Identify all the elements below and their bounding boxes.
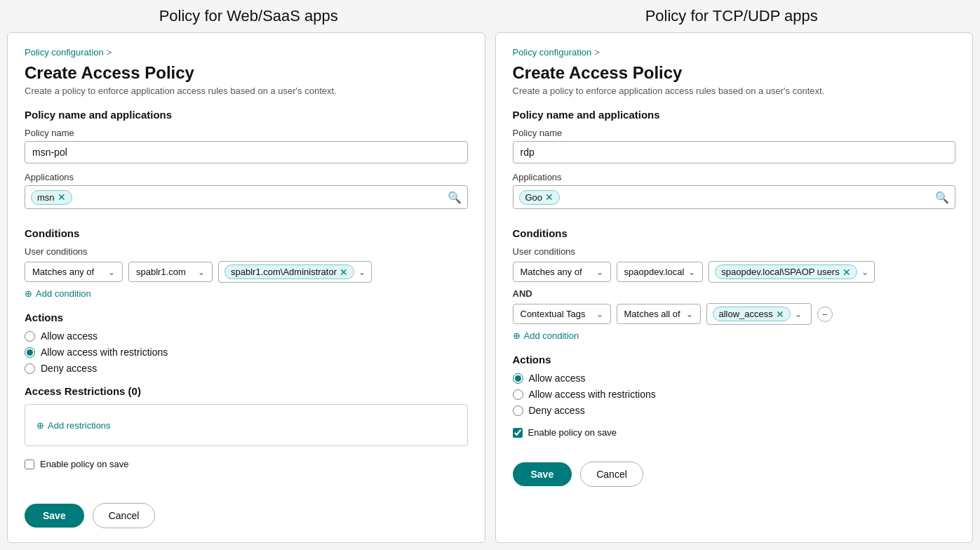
right-actions-title: Actions	[513, 354, 956, 365]
right-matches-arrow: ⌄	[596, 267, 603, 277]
left-breadcrumb-link[interactable]: Policy configuration	[25, 47, 104, 58]
left-panel: Policy configuration > Create Access Pol…	[7, 32, 485, 543]
left-radio-allow-input[interactable]	[25, 331, 35, 342]
right-radio-group: Allow access Allow access with restricti…	[513, 373, 956, 416]
left-matches-arrow: ⌄	[108, 267, 115, 277]
left-breadcrumb-sep: >	[107, 47, 112, 58]
right-applications-input[interactable]: Goo ✕ 🔍	[513, 185, 956, 209]
right-value2-dropdown[interactable]: allow_access ✕ ⌄	[706, 303, 812, 325]
right-breadcrumb-link[interactable]: Policy configuration	[513, 47, 592, 58]
right-policy-name-input[interactable]	[513, 141, 956, 163]
left-add-restrictions[interactable]: ⊕ Add restrictions	[36, 420, 111, 431]
right-policy-name-label: Policy name	[513, 128, 956, 138]
right-page-desc: Create a policy to enforce application a…	[513, 86, 956, 96]
right-app-tag-close[interactable]: ✕	[545, 192, 553, 202]
right-enable-policy-row: Enable policy on save	[513, 427, 956, 438]
left-add-restrictions-icon: ⊕	[36, 420, 44, 431]
left-value-tag-close[interactable]: ✕	[340, 267, 348, 277]
right-and-label: AND	[513, 288, 956, 299]
left-save-button[interactable]: Save	[25, 504, 84, 528]
right-breadcrumb: Policy configuration >	[513, 47, 956, 58]
right-radio-allow-restrictions-input[interactable]	[513, 389, 523, 400]
right-add-condition[interactable]: ⊕ Add condition	[513, 330, 956, 341]
right-user-conditions-label: User conditions	[513, 246, 956, 257]
left-cancel-button[interactable]: Cancel	[93, 503, 156, 528]
right-radio-allow[interactable]: Allow access	[513, 373, 956, 384]
right-condition-row-1: Matches any of ⌄ spaopdev.local ⌄ spaopd…	[513, 261, 956, 283]
right-enable-policy-checkbox[interactable]	[513, 428, 523, 438]
right-condition-row-2: Contextual Tags ⌄ Matches all of ⌄ allow…	[513, 303, 956, 325]
right-conditions-title: Conditions	[513, 227, 956, 239]
right-applications-label: Applications	[513, 172, 956, 182]
left-section-policy: Policy name and applications	[25, 109, 468, 121]
left-value-arrow: ⌄	[358, 267, 365, 277]
right-radio-allow-restrictions[interactable]: Allow access with restrictions	[513, 389, 956, 400]
left-conditions-title: Conditions	[25, 227, 468, 239]
right-value-arrow: ⌄	[861, 267, 868, 277]
right-section-policy: Policy name and applications	[513, 109, 956, 121]
right-app-tag[interactable]: Goo ✕	[519, 190, 561, 205]
right-btn-row: Save Cancel	[513, 462, 956, 487]
left-radio-group: Allow access Allow access with restricti…	[25, 330, 468, 374]
left-restrictions-title: Access Restrictions (0)	[25, 385, 468, 397]
left-app-search-icon[interactable]: 🔍	[448, 191, 462, 204]
left-condition-row-1: Matches any of ⌄ spablr1.com ⌄ spablr1.c…	[25, 261, 468, 283]
right-page-heading: Create Access Policy	[513, 63, 956, 83]
left-matches-dropdown[interactable]: Matches any of ⌄	[25, 262, 123, 282]
left-policy-name-label: Policy name	[25, 128, 468, 138]
left-btn-row: Save Cancel	[25, 503, 468, 528]
right-contextual-dropdown[interactable]: Contextual Tags ⌄	[513, 304, 611, 324]
right-save-button[interactable]: Save	[513, 462, 572, 486]
right-domain-dropdown[interactable]: spaopdev.local ⌄	[617, 262, 704, 282]
right-panel-title: Policy for TCP/UDP apps	[490, 7, 974, 25]
left-page-desc: Create a policy to enforce application a…	[25, 86, 468, 96]
right-matches-dropdown[interactable]: Matches any of ⌄	[513, 262, 611, 282]
right-value-tag-close[interactable]: ✕	[843, 267, 851, 277]
right-panel: Policy configuration > Create Access Pol…	[495, 32, 974, 543]
right-value-dropdown[interactable]: spaopdev.local\SPAOP users ✕ ⌄	[709, 261, 874, 283]
right-value-tag: spaopdev.local\SPAOP users ✕	[715, 264, 857, 279]
left-app-tag-close[interactable]: ✕	[58, 192, 66, 202]
right-matches-all-arrow: ⌄	[686, 309, 693, 319]
left-enable-policy-checkbox[interactable]	[25, 460, 34, 469]
left-enable-policy-row: Enable policy on save	[25, 459, 468, 469]
left-applications-label: Applications	[25, 172, 468, 182]
right-value2-tag-close[interactable]: ✕	[776, 309, 784, 319]
right-add-condition-icon: ⊕	[513, 330, 521, 341]
left-panel-title: Policy for Web/SaaS apps	[7, 7, 490, 25]
left-radio-deny[interactable]: Deny access	[25, 363, 468, 374]
left-page-heading: Create Access Policy	[25, 63, 468, 83]
right-domain-arrow: ⌄	[688, 267, 695, 277]
right-matches-all-dropdown[interactable]: Matches all of ⌄	[617, 304, 701, 324]
left-add-condition-icon: ⊕	[25, 288, 32, 299]
right-remove-condition-button[interactable]: −	[817, 307, 833, 322]
left-radio-allow-restrictions[interactable]: Allow access with restrictions	[25, 347, 468, 358]
left-radio-allow-restrictions-input[interactable]	[25, 347, 35, 358]
left-radio-allow[interactable]: Allow access	[25, 330, 468, 342]
right-radio-allow-input[interactable]	[513, 373, 523, 384]
left-user-conditions-label: User conditions	[25, 246, 468, 257]
left-value-dropdown[interactable]: spablr1.com\Administrator ✕ ⌄	[218, 261, 372, 283]
left-radio-deny-input[interactable]	[25, 363, 35, 374]
right-value2-arrow: ⌄	[795, 309, 802, 319]
right-breadcrumb-sep: >	[594, 47, 600, 58]
left-app-tag[interactable]: msn ✕	[31, 190, 72, 205]
right-contextual-arrow: ⌄	[596, 309, 603, 319]
left-policy-name-input[interactable]	[25, 141, 468, 163]
left-breadcrumb: Policy configuration >	[25, 47, 468, 58]
left-applications-input[interactable]: msn ✕ 🔍	[25, 185, 468, 209]
left-add-condition[interactable]: ⊕ Add condition	[25, 288, 468, 299]
left-actions-title: Actions	[25, 311, 468, 323]
left-restrictions-box: ⊕ Add restrictions	[25, 404, 468, 446]
right-cancel-button[interactable]: Cancel	[580, 462, 643, 487]
right-radio-deny[interactable]: Deny access	[513, 405, 956, 416]
right-app-search-icon[interactable]: 🔍	[935, 191, 949, 204]
left-domain-dropdown[interactable]: spablr1.com ⌄	[128, 262, 213, 282]
left-domain-arrow: ⌄	[198, 267, 205, 277]
right-value2-tag: allow_access ✕	[713, 307, 791, 321]
right-radio-deny-input[interactable]	[513, 405, 523, 416]
left-value-tag: spablr1.com\Administrator ✕	[224, 264, 354, 279]
